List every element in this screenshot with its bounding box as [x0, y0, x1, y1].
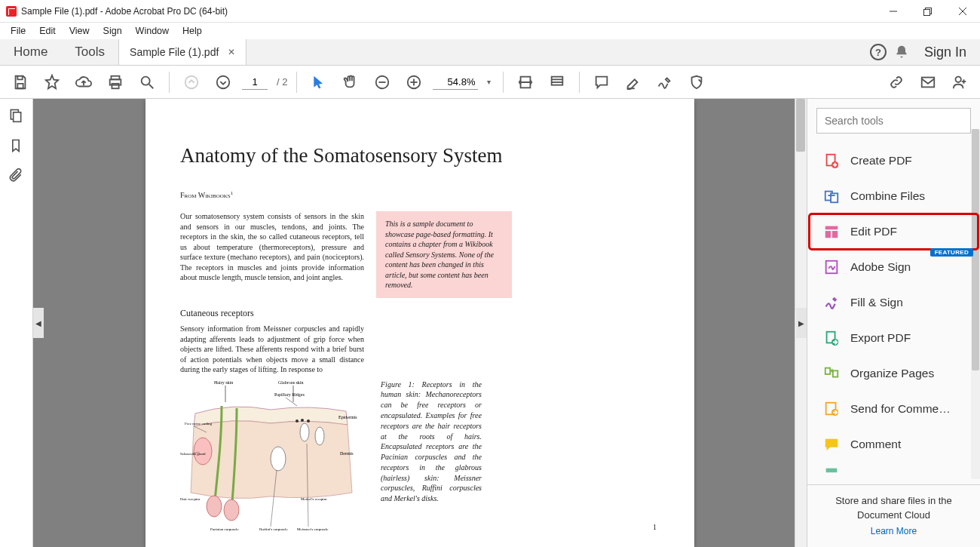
share-email-icon[interactable]: [915, 69, 941, 95]
tool-export-pdf[interactable]: Export PDF: [810, 321, 978, 355]
tab-home[interactable]: Home: [0, 39, 61, 65]
star-icon[interactable]: [39, 69, 65, 95]
sign-in-link[interactable]: Sign In: [917, 45, 966, 60]
svg-point-43: [301, 419, 304, 422]
tool-comment[interactable]: Comment: [810, 427, 978, 462]
tool-label: Organize Pages: [850, 367, 934, 380]
page-total: / 2: [277, 76, 287, 88]
learn-more-link[interactable]: Learn More: [871, 525, 917, 538]
tool-fill-sign[interactable]: Fill & Sign: [810, 285, 978, 320]
tab-tools[interactable]: Tools: [61, 39, 118, 65]
doc-body-1: Our somatosensory system consists of sen…: [180, 211, 364, 298]
svg-line-33: [286, 398, 297, 406]
menu-edit[interactable]: Edit: [33, 24, 62, 38]
svg-point-40: [300, 423, 309, 441]
create-pdf-icon: [823, 152, 840, 169]
menu-view[interactable]: View: [63, 24, 96, 38]
tool-more[interactable]: [810, 462, 978, 482]
close-tab-icon[interactable]: ✕: [228, 47, 235, 57]
send-comments-icon: [823, 401, 840, 417]
menu-file[interactable]: File: [5, 24, 32, 38]
close-window-button[interactable]: [945, 0, 980, 23]
document-viewport[interactable]: ◀ ▶ Anatomy of the Somatosensory System …: [33, 99, 807, 547]
featured-badge: FEATURED: [930, 248, 973, 257]
share-people-icon[interactable]: [947, 69, 972, 95]
svg-point-39: [271, 447, 286, 471]
page-number: 1: [653, 523, 657, 531]
menu-sign[interactable]: Sign: [97, 24, 128, 38]
tool-combine-files[interactable]: Combine Files: [810, 179, 978, 214]
page-number-input[interactable]: [242, 75, 268, 90]
svg-text:Papillary Ridges: Papillary Ridges: [274, 392, 305, 397]
navigation-rail: [0, 99, 33, 547]
zoom-out-icon[interactable]: [369, 69, 395, 95]
page-display-icon[interactable]: [544, 69, 570, 95]
zoom-in-icon[interactable]: [401, 69, 427, 95]
more-tool-icon: [823, 466, 840, 482]
share-link-icon[interactable]: [884, 69, 909, 95]
print-icon[interactable]: [103, 69, 128, 95]
page-down-icon[interactable]: [210, 69, 236, 95]
menu-help[interactable]: Help: [176, 24, 208, 38]
svg-point-38: [194, 438, 212, 465]
collapse-right-icon[interactable]: ▶: [796, 308, 807, 338]
bookmarks-icon[interactable]: [8, 138, 25, 155]
svg-text:Ruffini's corpuscle: Ruffini's corpuscle: [259, 527, 288, 531]
svg-text:Hairy skin: Hairy skin: [214, 380, 233, 385]
collapse-left-icon[interactable]: ◀: [33, 308, 44, 338]
notifications-icon[interactable]: [894, 45, 909, 60]
svg-point-37: [224, 499, 239, 521]
tool-label: Export PDF: [850, 331, 911, 345]
svg-rect-62: [825, 226, 838, 230]
promo-banner: Store and share files in the Document Cl…: [807, 484, 980, 547]
acrobat-icon: [6, 6, 17, 17]
hand-tool-icon[interactable]: [338, 69, 363, 95]
selection-tool-icon[interactable]: [306, 69, 332, 95]
svg-rect-61: [831, 193, 838, 202]
tool-edit-pdf[interactable]: Edit PDF: [810, 214, 978, 249]
svg-rect-63: [825, 231, 831, 238]
window-titlebar: Sample File (1).pdf - Adobe Acrobat Pro …: [0, 0, 980, 23]
comment-icon[interactable]: [589, 69, 614, 95]
thumbnails-icon[interactable]: [8, 108, 25, 124]
app-tabs: Home Tools Sample File (1).pdf ✕ ? Sign …: [0, 39, 980, 66]
stamp-icon[interactable]: [684, 69, 709, 95]
skin-diagram: Hairy skin Glabrous skin Papillary Ridge…: [180, 380, 369, 538]
minimize-button[interactable]: [876, 0, 911, 23]
separator: [503, 72, 504, 93]
tool-organize-pages[interactable]: Organize Pages: [810, 356, 978, 391]
fit-width-icon[interactable]: [513, 69, 538, 95]
zoom-dropdown-icon[interactable]: ▾: [484, 78, 494, 86]
svg-point-36: [207, 496, 222, 517]
cloud-upload-icon[interactable]: [71, 69, 96, 95]
svg-point-23: [956, 76, 961, 81]
svg-rect-22: [922, 77, 935, 87]
find-icon[interactable]: [134, 69, 160, 95]
tab-document[interactable]: Sample File (1).pdf ✕: [118, 39, 247, 65]
promo-text: Store and share files in the Document Cl…: [821, 494, 966, 521]
help-icon[interactable]: ?: [870, 44, 887, 60]
tool-create-pdf[interactable]: Create PDF: [810, 143, 978, 178]
zoom-input[interactable]: [433, 75, 478, 90]
combine-files-icon: [823, 188, 840, 204]
page-up-icon[interactable]: [179, 69, 204, 95]
tool-send-comments[interactable]: Send for Comme…: [810, 392, 978, 426]
tool-label: Edit PDF: [850, 225, 897, 238]
edit-pdf-icon: [823, 223, 840, 240]
search-tools-input[interactable]: [816, 108, 971, 134]
svg-rect-18: [552, 76, 563, 85]
save-icon[interactable]: [8, 69, 33, 95]
sign-icon[interactable]: [652, 69, 678, 95]
pdf-page: Anatomy of the Somatosensory System From…: [145, 99, 694, 547]
doc-body-2: Sensory information from Meissner corpus…: [180, 324, 364, 375]
attachments-icon[interactable]: [8, 168, 25, 185]
window-controls: [876, 0, 980, 23]
highlight-icon[interactable]: [620, 69, 646, 95]
svg-text:Meissner's corpuscle: Meissner's corpuscle: [297, 527, 329, 531]
tool-label: Fill & Sign: [850, 296, 903, 309]
svg-point-11: [217, 75, 230, 88]
maximize-button[interactable]: [911, 0, 945, 23]
tool-adobe-sign[interactable]: FEATURED Adobe Sign: [810, 250, 978, 284]
menu-window[interactable]: Window: [130, 24, 175, 38]
svg-text:Merkel's receptor: Merkel's receptor: [301, 497, 327, 501]
